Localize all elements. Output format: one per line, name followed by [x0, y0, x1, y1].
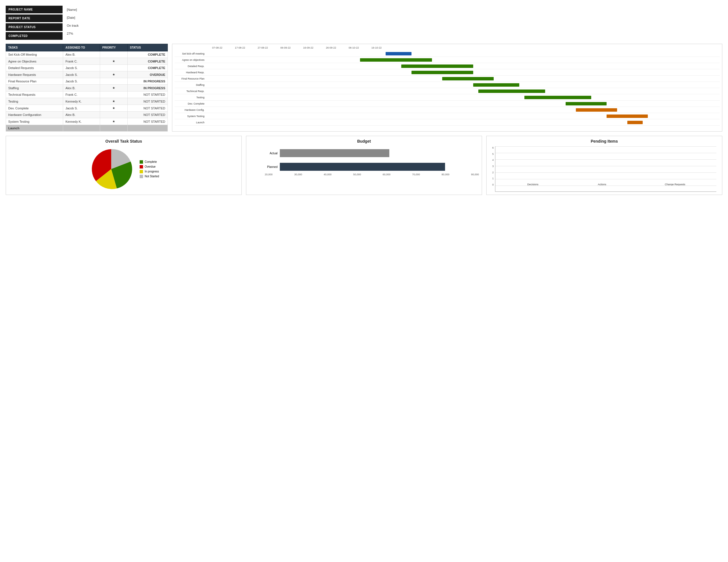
gantt-bar — [566, 102, 607, 105]
task-assigned: Alex B. — [63, 112, 100, 118]
legend-item: In progress — [140, 170, 159, 173]
gantt-date-label: 16-10-22 — [365, 46, 388, 49]
task-assigned: Frank C. — [63, 92, 100, 98]
task-name: Final Resource Plan — [6, 78, 63, 85]
pending-title: Pending Items — [489, 139, 719, 144]
budget-bars: Actual Planned — [265, 149, 479, 171]
budget-row-label: Planned — [265, 165, 278, 169]
table-row: Launch — [6, 125, 168, 132]
budget-bar — [280, 149, 389, 157]
report-date-label: REPORT DATE — [6, 14, 63, 22]
pending-y-label: 6 — [492, 146, 494, 149]
task-name: Dev. Complete — [6, 105, 63, 112]
task-assigned: Jacob S. — [63, 105, 100, 112]
task-name: Testing — [6, 98, 63, 105]
gantt-date-label: 26-09-22 — [320, 46, 342, 49]
gantt-date-label: 07-08-22 — [206, 46, 229, 49]
gantt-rows: Set kick-off meetingAgree on objectivesD… — [175, 51, 720, 126]
task-name: Detailed Requests — [6, 65, 63, 71]
gantt-timeline — [206, 69, 720, 76]
task-assigned: Kennedy K. — [63, 118, 100, 125]
col-priority: PRIORITY — [100, 44, 127, 51]
budget-axis-label: 50,000 — [353, 173, 361, 176]
budget-chart: Budget Actual Planned 20,00030,00040,000… — [246, 136, 482, 195]
pending-gridline — [495, 173, 716, 173]
task-assigned: Jacob S. — [63, 78, 100, 85]
table-row: Agree on Objectives Frank C. ★ COMPLETE — [6, 58, 168, 65]
gantt-timeline — [206, 57, 720, 63]
gantt-bar — [607, 115, 648, 118]
gantt-timeline — [206, 113, 720, 119]
task-status: COMPLETE — [127, 58, 167, 65]
task-name: Set Kick-Off Meeting — [6, 51, 63, 58]
gantt-timeline — [206, 88, 720, 94]
gantt-row: Testing — [175, 94, 720, 101]
pending-gridlines — [495, 146, 716, 186]
gantt-timeline — [206, 51, 720, 57]
pending-y-axis: 0123456 — [492, 146, 494, 192]
task-priority: ★ — [100, 85, 127, 92]
task-table: TASKS ASSIGNED TO PRIORITY STATUS Set Ki… — [6, 44, 168, 132]
project-name-label: PROJECT NAME — [6, 6, 63, 13]
gantt-bar — [524, 96, 591, 99]
budget-title: Budget — [249, 139, 479, 144]
task-name: Technical Requests — [6, 92, 63, 98]
gantt-timeline — [206, 94, 720, 101]
gantt-chart: 07-08-2217-08-2227-08-2206-09-2216-09-22… — [172, 44, 722, 132]
pending-chart-container: 0123456 Decisions Actions Change Request… — [492, 146, 716, 192]
gantt-bar — [386, 52, 411, 55]
gantt-bar — [478, 90, 545, 93]
project-status-value: On track — [63, 22, 83, 30]
gantt-task-label: Set kick-off meeting — [175, 52, 206, 55]
table-row: Staffing Alex B. ★ IN PROGRESS — [6, 85, 168, 92]
task-name: Hardware Requests — [6, 71, 63, 78]
task-assigned — [63, 125, 100, 132]
budget-bar-wrap — [280, 149, 479, 157]
task-status: NOT STARTED — [127, 98, 167, 105]
pending-gridline — [495, 159, 716, 160]
gantt-bar — [576, 108, 617, 112]
gantt-timeline — [206, 82, 720, 88]
gantt-date-label: 06-09-22 — [274, 46, 297, 49]
legend-label: Not Started — [145, 175, 159, 178]
budget-bar — [280, 163, 445, 171]
task-status: IN PROGRESS — [127, 85, 167, 92]
gantt-row: Hardward Reqs. — [175, 69, 720, 76]
pending-gridline — [495, 179, 716, 179]
legend-label: Overdue — [145, 165, 156, 168]
task-name: Agree on Objectives — [6, 58, 63, 65]
info-table: PROJECT NAME REPORT DATE PROJECT STATUS … — [6, 6, 63, 41]
task-priority — [100, 112, 127, 118]
task-status: NOT STARTED — [127, 118, 167, 125]
task-priority — [100, 78, 127, 85]
gantt-bar — [360, 58, 432, 62]
gantt-timeline — [206, 119, 720, 126]
pending-gridline — [495, 153, 716, 153]
legend-item: Overdue — [140, 165, 159, 169]
gantt-task-label: Techincal Reqs. — [175, 90, 206, 93]
gantt-task-label: System Testing — [175, 115, 206, 118]
col-assigned: ASSIGNED TO — [63, 44, 100, 51]
gantt-bar — [401, 65, 473, 68]
gantt-bar — [442, 77, 494, 80]
task-status: IN PROGRESS — [127, 78, 167, 85]
gantt-row: Staffing — [175, 82, 720, 88]
task-priority — [100, 65, 127, 71]
budget-axis: 20,00030,00040,00050,00060,00070,00080,0… — [265, 173, 479, 176]
budget-axis-label: 60,000 — [383, 173, 391, 176]
gantt-task-label: Dev. Complete — [175, 102, 206, 105]
task-table-wrap: TASKS ASSIGNED TO PRIORITY STATUS Set Ki… — [6, 44, 168, 132]
task-assigned: Kennedy K. — [63, 98, 100, 105]
pending-chart: Pending Items 0123456 Decisions Actions … — [486, 136, 722, 195]
gantt-bar — [627, 121, 643, 124]
budget-row-label: Actual — [265, 152, 278, 155]
budget-axis-label: 20,000 — [265, 173, 273, 176]
overall-status-chart: Overall Task Status Complete — [6, 136, 242, 195]
task-priority: ★ — [100, 71, 127, 78]
task-priority: ★ — [100, 98, 127, 105]
report-date-row: REPORT DATE — [6, 14, 63, 22]
pie-legend: Complete Overdue In progress Not Started — [140, 160, 159, 178]
table-row: Testing Kennedy K. ★ NOT STARTED — [6, 98, 168, 105]
gantt-task-label: Final Resource Plan — [175, 77, 206, 80]
budget-axis-label: 80,000 — [442, 173, 450, 176]
